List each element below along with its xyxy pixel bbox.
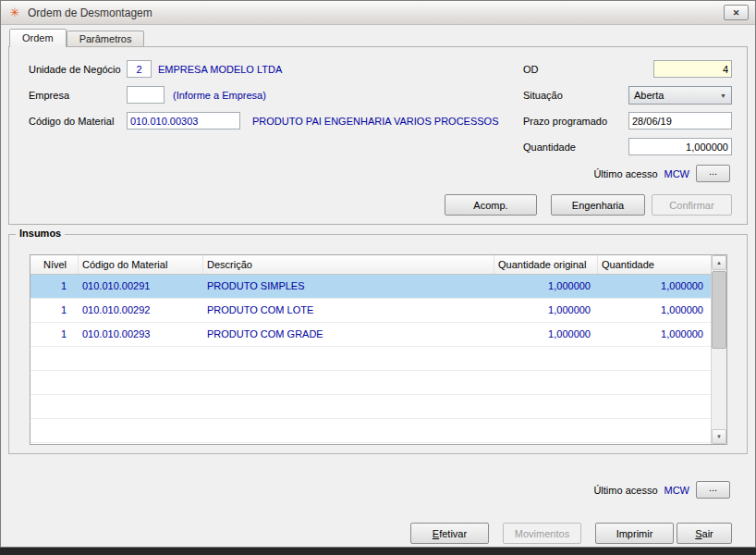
titlebar[interactable]: ✳ Ordem de Desmontagem ✕ [1, 1, 755, 25]
window-bottom-edge [0, 548, 756, 555]
column-header-quantidade-original[interactable]: Quantidade original [494, 255, 598, 274]
cell-descricao: PRODUTO COM GRADE [203, 323, 494, 346]
tab-ordem[interactable]: Ordem [9, 29, 67, 47]
window-title: Ordem de Desmontagem [28, 6, 718, 19]
cell-codigo: 010.010.00292 [79, 299, 203, 322]
close-button[interactable]: ✕ [724, 5, 749, 20]
cell-quantidade-original: 1,000000 [494, 323, 598, 346]
button-label-rest: air [702, 528, 713, 539]
scrollbar-thumb[interactable] [712, 271, 726, 349]
table-row-empty [30, 419, 726, 443]
column-header-codigo[interactable]: Código do Material [79, 255, 203, 274]
table-row[interactable]: 1 010.010.00293 PRODUTO COM GRADE 1,0000… [30, 323, 726, 347]
imprimir-button[interactable]: Imprimir [595, 523, 674, 544]
cell-nivel: 1 [30, 299, 79, 322]
cell-quantidade-original: 1,000000 [494, 275, 598, 298]
vertical-scrollbar[interactable]: ▲ ▼ [711, 255, 726, 444]
cell-descricao: PRODUTO SIMPLES [203, 275, 494, 298]
tab-page-ordem [8, 46, 748, 225]
ultimo-acesso-label: Último acesso [593, 485, 657, 496]
tab-parametros[interactable]: Parâmetros [67, 31, 145, 46]
grid-header: Nível Código do Material Descrição Quant… [30, 255, 726, 275]
insumos-grid: Nível Código do Material Descrição Quant… [30, 254, 727, 445]
cell-codigo: 010.010.00291 [79, 275, 203, 298]
cell-nivel: 1 [30, 275, 79, 298]
button-label-key: S [695, 528, 701, 539]
movimentos-button: Movimentos [503, 523, 581, 544]
tab-strip: Ordem Parâmetros [9, 29, 144, 47]
table-row-empty [30, 347, 726, 371]
sair-button[interactable]: Sair [677, 523, 732, 544]
dialog-ordem-de-desmontagem: ✳ Ordem de Desmontagem ✕ Ordem Parâmetro… [0, 0, 756, 548]
scroll-down-icon[interactable]: ▼ [712, 429, 726, 444]
column-header-nivel[interactable]: Nível [30, 255, 79, 274]
cell-quantidade: 1,000000 [598, 299, 711, 322]
ultimo-acesso-bottom: Último acesso MCW ... [593, 481, 730, 499]
table-row-empty [30, 371, 726, 395]
column-header-quantidade[interactable]: Quantidade [598, 255, 711, 274]
table-row-empty [30, 395, 726, 419]
close-icon: ✕ [733, 8, 740, 18]
ultimo-acesso-value: MCW [665, 485, 690, 496]
cell-quantidade: 1,000000 [598, 275, 711, 298]
cell-nivel: 1 [30, 323, 79, 346]
ultimo-acesso-more-button[interactable]: ... [696, 481, 730, 499]
table-row[interactable]: 1 010.010.00292 PRODUTO COM LOTE 1,00000… [30, 299, 726, 323]
cell-quantidade-original: 1,000000 [494, 299, 598, 322]
button-label-key: E [433, 528, 439, 539]
scroll-up-icon[interactable]: ▲ [712, 255, 726, 270]
table-row[interactable]: 1 010.010.00291 PRODUTO SIMPLES 1,000000… [30, 275, 726, 299]
cell-codigo: 010.010.00293 [79, 323, 203, 346]
app-icon: ✳ [7, 6, 22, 20]
cell-descricao: PRODUTO COM LOTE [203, 299, 494, 322]
button-label-rest: fetivar [439, 528, 467, 539]
insumos-title: Insumos [16, 228, 65, 239]
efetivar-button[interactable]: Efetivar [410, 523, 489, 544]
column-header-descricao[interactable]: Descrição [203, 255, 494, 274]
cell-quantidade: 1,000000 [598, 323, 711, 346]
